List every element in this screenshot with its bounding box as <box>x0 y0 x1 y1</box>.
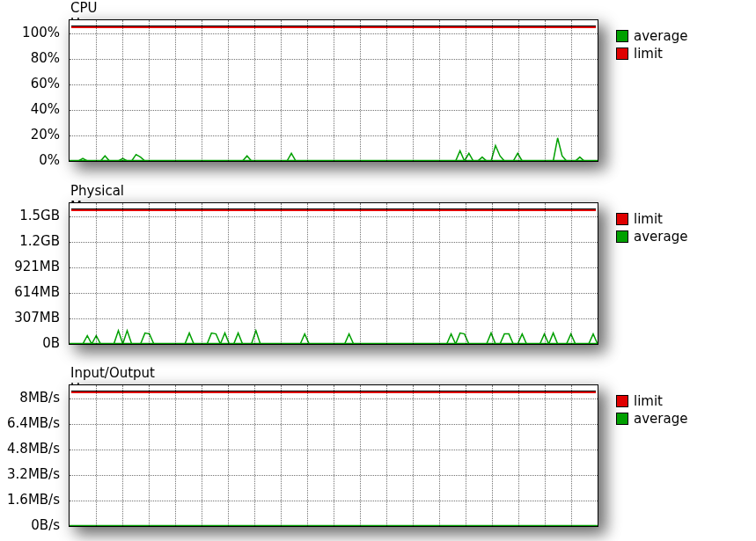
y-axis: 0% 20% 40% 60% 80% 100% <box>0 19 63 160</box>
y-tick: 8MB/s <box>19 390 60 406</box>
y-tick: 40% <box>31 101 60 117</box>
legend-swatch <box>616 30 628 42</box>
plot-area <box>69 384 598 527</box>
legend-item: average <box>616 229 739 245</box>
legend-label: average <box>634 28 687 44</box>
y-tick: 20% <box>31 127 60 143</box>
legend-label: limit <box>634 46 663 62</box>
plot-area <box>69 19 598 162</box>
y-tick: 4.8MB/s <box>7 441 60 457</box>
y-tick: 0% <box>39 152 60 168</box>
legend-swatch <box>616 413 628 425</box>
y-tick: 100% <box>22 25 60 40</box>
y-axis: 0B 307MB 614MB 921MB 1.2GB 1.5GB <box>0 202 63 343</box>
y-tick: 6.4MB/s <box>7 415 60 431</box>
y-tick: 60% <box>31 76 60 91</box>
y-tick: 614MB <box>14 284 60 300</box>
resource-usage-charts: { "charts": [ { "id": "cpu", "title": "C… <box>0 0 756 541</box>
y-axis: 0B/s 1.6MB/s 3.2MB/s 4.8MB/s 6.4MB/s 8MB… <box>0 384 63 525</box>
y-tick: 307MB <box>14 310 60 325</box>
legend: average limit <box>616 28 739 63</box>
y-tick: 1.6MB/s <box>7 492 60 508</box>
y-tick: 1.2GB <box>19 233 60 249</box>
legend-item: average <box>616 28 739 44</box>
y-tick: 80% <box>31 50 60 66</box>
legend: limit average <box>616 393 739 428</box>
legend-swatch <box>616 230 628 243</box>
legend-swatch <box>616 395 628 407</box>
legend-item: limit <box>616 211 739 227</box>
legend-label: average <box>634 229 687 245</box>
legend-item: limit <box>616 46 739 62</box>
legend-item: average <box>616 411 739 427</box>
plot-area <box>69 202 598 345</box>
legend: limit average <box>616 211 739 246</box>
y-tick: 0B <box>42 335 60 351</box>
legend-label: limit <box>634 211 663 227</box>
y-tick: 3.2MB/s <box>7 466 60 482</box>
y-tick: 921MB <box>14 259 60 274</box>
legend-swatch <box>616 48 628 60</box>
y-tick: 1.5GB <box>19 208 60 223</box>
legend-label: limit <box>634 393 663 409</box>
y-tick: 0B/s <box>31 517 60 533</box>
legend-swatch <box>616 213 628 225</box>
legend-item: limit <box>616 393 739 409</box>
legend-label: average <box>634 411 687 427</box>
